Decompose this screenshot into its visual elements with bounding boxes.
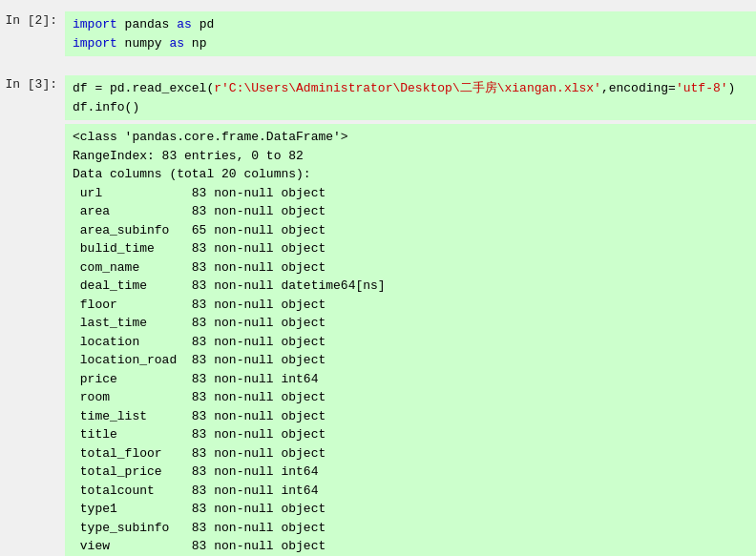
cell-gap-1: [0, 60, 756, 72]
code-line-2-1: import pandas as pd: [73, 15, 748, 34]
cell-3-prompt: In [3]:: [0, 75, 65, 120]
output-line-23: view 83 non-null object: [73, 537, 748, 556]
output-line-20: totalcount 83 non-null int64: [73, 482, 748, 501]
output-line-22: type_subinfo 83 non-null object: [73, 519, 748, 538]
output-line-8: com_name 83 non-null object: [73, 258, 748, 278]
output-line-4: url 83 non-null object: [73, 184, 748, 203]
output-line-10: floor 83 non-null object: [73, 296, 748, 315]
code-line-3-1: df = pd.read_excel(r'C:\Users\Administra…: [73, 79, 748, 98]
output-content-3: <class 'pandas.core.frame.DataFrame'> Ra…: [65, 124, 756, 556]
output-line-7: bulid_time 83 non-null object: [73, 239, 748, 258]
output-line-14: price 83 non-null int64: [73, 370, 748, 389]
output-line-5: area 83 non-null object: [73, 202, 748, 221]
output-line-17: title 83 non-null object: [73, 425, 748, 444]
output-line-1: <class 'pandas.core.frame.DataFrame'>: [73, 128, 748, 147]
output-line-9: deal_time 83 non-null datetime64[ns]: [73, 277, 748, 296]
output-line-6: area_subinfo 65 non-null object: [73, 221, 748, 240]
output-line-3: Data columns (total 20 columns):: [73, 165, 748, 184]
output-line-16: time_list 83 non-null object: [73, 407, 748, 426]
in-label-2: In [2]:: [5, 13, 57, 28]
output-line-15: room 83 non-null object: [73, 388, 748, 407]
cell-2: In [2]: import pandas as pd import numpy…: [0, 11, 756, 56]
cell-2-content[interactable]: import pandas as pd import numpy as np: [65, 11, 756, 56]
code-line-3-2: df.info(): [73, 98, 748, 117]
code-line-2-2: import numpy as np: [73, 34, 748, 53]
cell-3: In [3]: df = pd.read_excel(r'C:\Users\Ad…: [0, 75, 756, 120]
notebook: In [2]: import pandas as pd import numpy…: [0, 0, 756, 556]
output-line-19: total_price 83 non-null int64: [73, 463, 748, 482]
cell-3-content[interactable]: df = pd.read_excel(r'C:\Users\Administra…: [65, 75, 756, 120]
output-cell-3: <class 'pandas.core.frame.DataFrame'> Ra…: [0, 124, 756, 556]
output-prompt-3: [0, 124, 65, 556]
output-line-11: last_time 83 non-null object: [73, 314, 748, 333]
output-line-21: type1 83 non-null object: [73, 500, 748, 519]
output-line-12: location 83 non-null object: [73, 333, 748, 352]
cell-2-prompt: In [2]:: [0, 11, 65, 56]
in-label-3: In [3]:: [5, 77, 57, 92]
output-line-13: location_road 83 non-null object: [73, 351, 748, 370]
output-line-2: RangeIndex: 83 entries, 0 to 82: [73, 147, 748, 166]
output-line-18: total_floor 83 non-null object: [73, 444, 748, 463]
